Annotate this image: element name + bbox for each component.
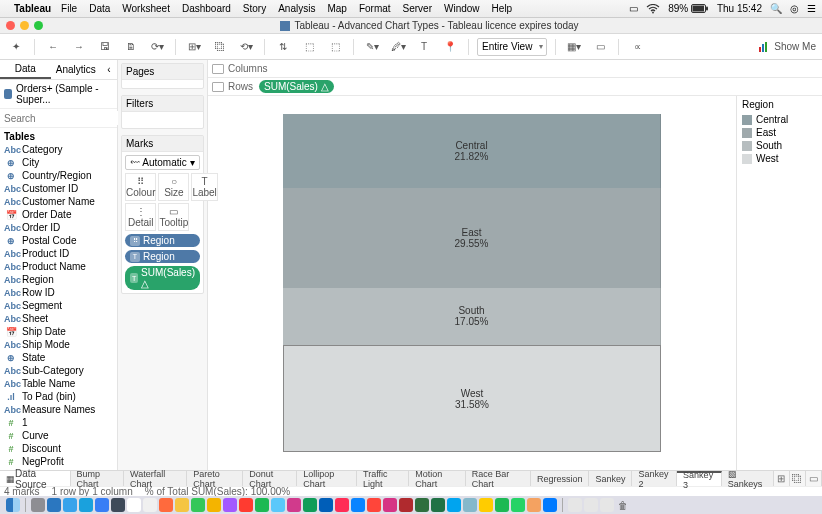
field-item[interactable]: 📅Order Date — [0, 208, 117, 221]
sheet-tab[interactable]: Donut Chart — [243, 471, 297, 486]
field-item[interactable]: AbcProduct ID — [0, 247, 117, 260]
labels-button[interactable]: T — [414, 37, 434, 57]
sheet-tab[interactable]: ▧ Sankeys — [722, 471, 774, 486]
group-button[interactable]: 🖉▾ — [388, 37, 408, 57]
zoom-window-button[interactable] — [34, 21, 43, 30]
field-item[interactable]: ⊕State — [0, 351, 117, 364]
dock-app[interactable] — [415, 498, 429, 512]
field-item[interactable]: ⊕City — [0, 156, 117, 169]
sheet-tab[interactable]: Traffic Light — [357, 471, 409, 486]
dock-app[interactable] — [127, 498, 141, 512]
dock-app[interactable] — [239, 498, 253, 512]
marks-pill[interactable]: TSUM(Sales) △ — [125, 266, 200, 290]
presentation-button[interactable]: ▭ — [590, 37, 610, 57]
mark-tooltip[interactable]: ▭Tooltip — [158, 203, 189, 231]
field-item[interactable]: .ılTo Pad (bin) — [0, 390, 117, 403]
field-item[interactable]: AbcTable Name — [0, 377, 117, 390]
spotlight-icon[interactable]: 🔍 — [770, 3, 782, 14]
dock-app[interactable] — [255, 498, 269, 512]
back-button[interactable]: ← — [43, 37, 63, 57]
dock-app[interactable] — [351, 498, 365, 512]
dock-app[interactable] — [303, 498, 317, 512]
dock-app[interactable] — [159, 498, 173, 512]
dock-app[interactable] — [511, 498, 525, 512]
sheet-tab[interactable]: Motion Chart — [409, 471, 465, 486]
pages-shelf[interactable]: Pages — [122, 64, 203, 80]
collapse-panel-button[interactable]: ‹ — [101, 60, 117, 79]
field-item[interactable]: AbcMeasure Names — [0, 403, 117, 416]
airplay-icon[interactable]: ▭ — [629, 3, 638, 14]
pin-button[interactable]: 📍 — [440, 37, 460, 57]
field-item[interactable]: ⊕Country/Region — [0, 169, 117, 182]
field-item[interactable]: AbcCustomer ID — [0, 182, 117, 195]
mark-type-select[interactable]: ⬳ Automatic▾ — [125, 155, 200, 170]
field-item[interactable]: AbcRow ID — [0, 286, 117, 299]
sheet-tab[interactable]: Sankey 3 — [677, 471, 722, 486]
dock-minimized[interactable] — [600, 498, 614, 512]
dock-app[interactable] — [527, 498, 541, 512]
field-item[interactable]: 📅Ship Date — [0, 325, 117, 338]
dock-app[interactable] — [543, 498, 557, 512]
dock-app[interactable] — [143, 498, 157, 512]
sheet-tab[interactable]: Pareto Chart — [187, 471, 243, 486]
forward-button[interactable]: → — [69, 37, 89, 57]
field-item[interactable]: AbcShip Mode — [0, 338, 117, 351]
control-center-icon[interactable]: ☰ — [807, 3, 816, 14]
field-item[interactable]: #1 — [0, 416, 117, 429]
menu-help[interactable]: Help — [492, 3, 513, 14]
columns-shelf[interactable]: Columns — [208, 60, 822, 78]
dock-app[interactable] — [95, 498, 109, 512]
menu-data[interactable]: Data — [89, 3, 110, 14]
refresh-button[interactable]: ⟳▾ — [147, 37, 167, 57]
dock-app[interactable] — [447, 498, 461, 512]
new-story-tab[interactable]: ▭ — [806, 471, 822, 486]
field-item[interactable]: ⊕Postal Code — [0, 234, 117, 247]
marks-pill[interactable]: TRegion — [125, 250, 200, 263]
sheet-tab[interactable]: Sankey — [589, 471, 632, 486]
filters-shelf[interactable]: Filters — [122, 96, 203, 112]
chart-slice[interactable]: Central21.82% — [283, 114, 661, 188]
data-source-tab[interactable]: ▦ Data Source — [0, 471, 71, 486]
menu-story[interactable]: Story — [243, 3, 266, 14]
new-worksheet-tab[interactable]: ⊞ — [774, 471, 790, 486]
search-input[interactable] — [4, 111, 131, 125]
field-item[interactable]: #NegProfit — [0, 455, 117, 468]
mark-detail[interactable]: ⋮Detail — [125, 203, 156, 231]
dock-app[interactable] — [319, 498, 333, 512]
field-item[interactable]: AbcCustomer Name — [0, 195, 117, 208]
dock-app[interactable] — [31, 498, 45, 512]
sheet-tab[interactable]: Sankey 2 — [632, 471, 677, 486]
dock-app[interactable] — [383, 498, 397, 512]
sort-asc-button[interactable]: ⬚ — [299, 37, 319, 57]
dock-finder[interactable] — [6, 498, 20, 512]
field-list[interactable]: AbcCategory⊕City⊕Country/RegionAbcCustom… — [0, 143, 117, 470]
show-me-button[interactable]: Show Me — [758, 41, 816, 53]
dock-app[interactable] — [271, 498, 285, 512]
data-tab[interactable]: Data — [0, 60, 51, 79]
sort-desc-button[interactable]: ⬚ — [325, 37, 345, 57]
field-item[interactable]: #Curve — [0, 429, 117, 442]
legend-item[interactable]: South — [742, 139, 817, 152]
battery-status[interactable]: 89% — [668, 3, 709, 14]
highlight-button[interactable]: ✎▾ — [362, 37, 382, 57]
sheet-tab[interactable]: Race Bar Chart — [466, 471, 531, 486]
show-cards-button[interactable]: ▦▾ — [564, 37, 584, 57]
field-item[interactable]: AbcSegment — [0, 299, 117, 312]
mark-size[interactable]: ○Size — [158, 173, 189, 201]
datasource-item[interactable]: Orders+ (Sample - Super... — [0, 80, 117, 109]
dock-app[interactable] — [495, 498, 509, 512]
menu-server[interactable]: Server — [403, 3, 432, 14]
rows-shelf[interactable]: Rows SUM(Sales) △ — [208, 78, 822, 96]
menu-file[interactable]: File — [61, 3, 77, 14]
dock-app[interactable] — [335, 498, 349, 512]
siri-icon[interactable]: ◎ — [790, 3, 799, 14]
sheet-tab[interactable]: Lollipop Chart — [297, 471, 357, 486]
save-button[interactable]: 🖫 — [95, 37, 115, 57]
chart-slice[interactable]: South17.05% — [283, 288, 661, 346]
dock-minimized[interactable] — [584, 498, 598, 512]
chart-slice[interactable]: East29.55% — [283, 188, 661, 288]
menu-analysis[interactable]: Analysis — [278, 3, 315, 14]
duplicate-button[interactable]: ⿻ — [210, 37, 230, 57]
new-dashboard-tab[interactable]: ⿻ — [790, 471, 806, 486]
dock-app[interactable] — [463, 498, 477, 512]
